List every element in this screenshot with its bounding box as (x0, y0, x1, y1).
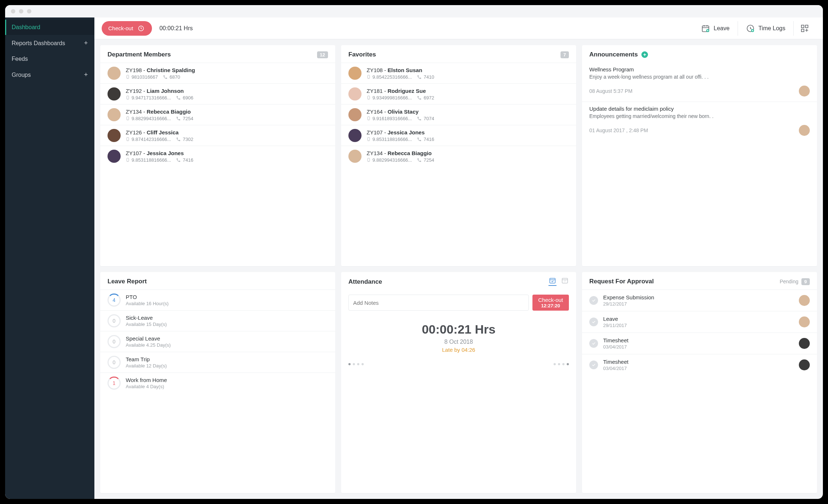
leave-row[interactable]: 0 Team Trip Available 12 Day(s) (100, 352, 335, 373)
dot-icon[interactable] (567, 363, 569, 365)
member-name: ZY134 - Rebecca Biaggio (367, 150, 569, 156)
calendar-plus-icon (701, 24, 710, 33)
attendance-date: 8 Oct 2018 (348, 339, 569, 345)
attendance-pager (341, 360, 576, 368)
member-meta: 9.882994316666... 7254 (126, 116, 328, 121)
traffic-light-close[interactable] (11, 9, 15, 13)
leave-body: Special Leave Available 4.25 Day(s) (126, 335, 171, 348)
avatar (108, 129, 121, 142)
member-row[interactable]: ZY181 - Rodriguez Sue 9.934999816666... … (341, 83, 576, 104)
sidebar-item-feeds[interactable]: Feeds (5, 51, 94, 67)
avatar (348, 67, 362, 80)
sidebar-item-groups[interactable]: Groups + (5, 67, 94, 83)
member-row[interactable]: ZY134 - Rebecca Biaggio 9.882994316666..… (100, 104, 335, 125)
member-row[interactable]: ZY126 - Cliff Jessica 9.874142316666... … (100, 125, 335, 146)
svg-rect-18 (550, 278, 555, 283)
leave-count-ring: 0 (108, 335, 121, 348)
topbar: Check-out 00:00:21 Hrs Leave (94, 17, 823, 39)
leave-count-ring: 0 (108, 356, 121, 369)
member-body: ZY134 - Rebecca Biaggio 9.882994316666..… (367, 150, 569, 163)
pager-right (554, 363, 569, 365)
avatar (799, 295, 810, 306)
dot-icon[interactable] (353, 363, 355, 365)
add-notes-input[interactable] (348, 295, 529, 311)
leave-row[interactable]: 0 Sick-Leave Available 15 Day(s) (100, 310, 335, 331)
dot-icon[interactable] (558, 363, 560, 365)
leave-count-ring: 0 (108, 314, 121, 327)
attendance-tab-day[interactable] (548, 278, 556, 286)
announcement-item[interactable]: Wellness Program Enjoy a week-long welln… (582, 63, 817, 102)
checkout-button[interactable]: Check-out (102, 21, 152, 36)
dept-members-card: Department Members 12 ZY198 - Christine … (100, 45, 335, 266)
attendance-card: Attendance 7 Check- (341, 272, 576, 493)
member-row[interactable]: ZY107 - Jessica Jones 9.853118816666... … (341, 125, 576, 146)
approval-name: Timesheet (603, 359, 794, 365)
checkout-label: Check-out (108, 25, 133, 31)
approval-row[interactable]: Timesheet 03/04/2017 (582, 332, 817, 354)
attendance-tab-week[interactable]: 7 (561, 278, 569, 286)
announcement-time: 08 August 5:37 PM (589, 88, 632, 94)
member-row[interactable]: ZY107 - Jessica Jones 9.853118816666... … (100, 146, 335, 166)
sidebar-item-reports[interactable]: Reports Dashboards + (5, 35, 94, 51)
leave-row[interactable]: 4 PTO Available 16 Hour(s) (100, 290, 335, 310)
dot-icon[interactable] (348, 363, 351, 365)
approval-row[interactable]: Expense Submission 29/12/2017 (582, 290, 817, 311)
announcement-item[interactable]: Update details for mediclaim policy Empl… (582, 102, 817, 141)
approval-row[interactable]: Timesheet 03/04/2017 (582, 354, 817, 375)
approval-row[interactable]: Leave 29/11/2017 (582, 311, 817, 332)
announcement-title: Wellness Program (589, 66, 810, 72)
mobile-meta: 9.854225316666... (367, 74, 412, 80)
approval-body: Timesheet 03/04/2017 (603, 337, 794, 350)
approval-name: Leave (603, 316, 794, 322)
announcement-footer: 01 August 2017 , 2:48 PM (589, 125, 810, 136)
plus-icon[interactable]: + (84, 71, 88, 79)
leave-body: Team Trip Available 12 Day(s) (126, 356, 167, 369)
traffic-light-minimize[interactable] (19, 9, 23, 13)
leave-name: Sick-Leave (126, 315, 167, 321)
member-row[interactable]: ZY164 - Olivia Stacy 9.916189316666... 7… (341, 104, 576, 125)
dashboard-grid: Department Members 12 ZY198 - Christine … (94, 39, 823, 499)
dot-icon[interactable] (357, 363, 359, 365)
dot-icon[interactable] (554, 363, 556, 365)
leave-action[interactable]: Leave (693, 21, 738, 36)
leave-row[interactable]: 0 Special Leave Available 4.25 Day(s) (100, 331, 335, 352)
attendance-checkout-button[interactable]: Check-out 12:27:20 (532, 295, 569, 311)
member-body: ZY134 - Rebecca Biaggio 9.882994316666..… (126, 109, 328, 121)
sidebar-item-dashboard[interactable]: Dashboard (5, 20, 94, 35)
phone-meta: 7074 (417, 116, 434, 121)
card-title: Request For Approval (589, 278, 654, 285)
phone-meta: 7410 (417, 74, 434, 80)
member-meta: 9810316667 6870 (126, 74, 328, 80)
widgets-action[interactable] (793, 21, 816, 36)
member-row[interactable]: ZY198 - Christine Spalding 9810316667 68… (100, 63, 335, 83)
avatar (799, 86, 810, 97)
dot-icon[interactable] (562, 363, 565, 365)
dot-icon[interactable] (362, 363, 364, 365)
member-body: ZY192 - Liam Johnson 9.947171316666... 6… (126, 88, 328, 101)
avatar (348, 129, 362, 142)
leave-meta: Available 4 Day(s) (126, 384, 167, 389)
attendance-center: 00:00:21 Hrs 8 Oct 2018 Late by 04:26 (341, 315, 576, 360)
approval-pending: Pending 9 (780, 278, 810, 285)
count-badge: 12 (317, 51, 328, 58)
announcement-footer: 08 August 5:37 PM (589, 86, 810, 97)
member-body: ZY107 - Jessica Jones 9.853118816666... … (126, 150, 328, 163)
add-announcement-icon[interactable]: + (641, 51, 648, 58)
check-icon (589, 339, 598, 348)
plus-icon[interactable]: + (84, 39, 88, 47)
announcement-desc: Enjoy a week-long wellness program at al… (589, 74, 810, 80)
main-layout: Dashboard Reports Dashboards + Feeds Gro… (5, 17, 823, 499)
leave-meta: Available 12 Day(s) (126, 363, 167, 369)
member-row[interactable]: ZY108 - Elston Susan 9.854225316666... 7… (341, 63, 576, 83)
phone-meta: 6906 (176, 95, 193, 101)
member-row[interactable]: ZY192 - Liam Johnson 9.947171316666... 6… (100, 83, 335, 104)
traffic-light-zoom[interactable] (27, 9, 31, 13)
leave-name: Special Leave (126, 335, 171, 342)
timelogs-action[interactable]: Time Logs (738, 21, 793, 36)
member-body: ZY164 - Olivia Stacy 9.916189316666... 7… (367, 109, 569, 121)
member-row[interactable]: ZY134 - Rebecca Biaggio 9.882994316666..… (341, 146, 576, 166)
phone-meta: 6972 (417, 95, 434, 101)
leave-row[interactable]: 1 Work from Home Available 4 Day(s) (100, 373, 335, 393)
member-body: ZY126 - Cliff Jessica 9.874142316666... … (126, 129, 328, 142)
avatar (799, 125, 810, 136)
